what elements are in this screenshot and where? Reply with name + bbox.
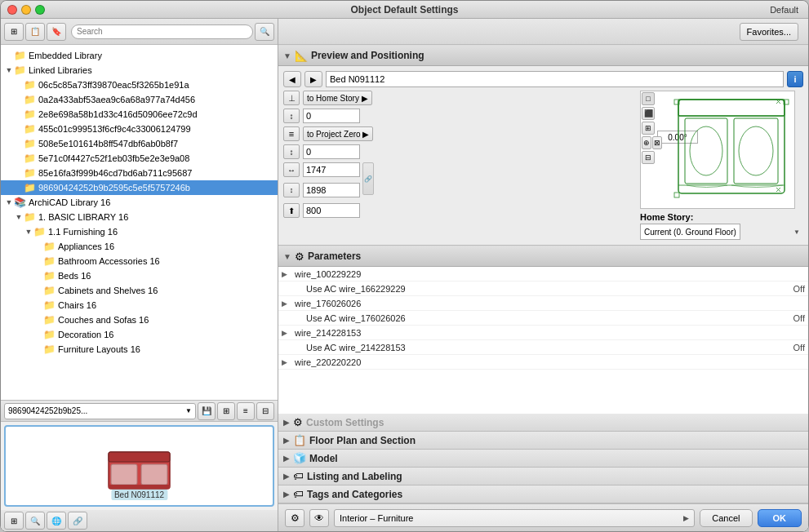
depth-input[interactable] [303,183,360,197]
maximize-button[interactable] [35,5,45,15]
object-name-field[interactable] [326,71,784,87]
layer-dropdown[interactable]: Interior – Furniture ▶ [334,509,695,527]
minimize-button[interactable] [21,5,31,15]
floor-plan-section[interactable]: ▶ 📋 Floor Plan and Section [278,432,808,450]
search-input[interactable] [71,24,253,39]
home-story-select[interactable]: Current (0. Ground Floor) [640,224,740,240]
preview-list-button[interactable]: ≡ [237,402,255,420]
home-story-selector-wrapper[interactable]: Current (0. Ground Floor) [640,224,803,240]
listing-icon: 🏷 [293,470,304,482]
width-icon-btn[interactable]: ↔ [283,162,300,177]
info-button[interactable]: i [787,71,803,87]
tree-item-furniture-layouts[interactable]: 📁 Furniture Layouts 16 [1,342,278,357]
listing-labeling-section[interactable]: ▶ 🏷 Listing and Labeling [278,468,808,485]
project-zero-icon-btn[interactable]: ≡ [283,126,300,141]
nav-prev-button[interactable]: ◀ [283,71,301,87]
tree-item-label: 1.1 Furnishing 16 [48,227,118,237]
param-toggle-icon[interactable]: ▶ [282,299,293,308]
tree-item-label: 06c5c85a73ff39870eac5f3265b1e91a [38,80,189,90]
favorites-button[interactable]: Favorites... [740,23,798,41]
tree-item-embedded[interactable]: 📁 Embedded Library [1,48,278,63]
param-row[interactable]: Use AC wire_166229229 Off [278,282,808,296]
tags-icon: 🏷 [293,488,304,500]
footer-link-button[interactable]: 🔗 [68,512,87,530]
library-tree[interactable]: 📁 Embedded Library ▼ 📁 Linked Libraries … [1,45,278,400]
footer-add-button[interactable]: ⊞ [4,512,24,530]
preview-save-button[interactable]: 💾 [198,402,216,420]
param-row[interactable]: Use AC wire_176026026 Off [278,311,808,326]
list-item[interactable]: 📁 85e16fa3f999b46cd7bd6ab711c95687 [1,166,278,180]
elevation-icon-btn[interactable]: ⟂ [283,91,300,105]
grid-view-button[interactable]: ⊞ [4,23,24,41]
bookmark-button[interactable]: 🔖 [47,23,66,41]
tree-item-appliances[interactable]: 📁 Appliances 16 [1,239,278,254]
param-row[interactable]: Use AC wire_214228153 Off [278,340,808,355]
tree-item-chairs[interactable]: 📁 Chairs 16 [1,298,278,313]
tree-item-archicad[interactable]: ▼ 📚 ArchiCAD Library 16 [1,195,278,210]
tree-item-decoration[interactable]: 📁 Decoration 16 [1,327,278,342]
tree-item-label: Cabinets and Shelves 16 [58,286,158,295]
height-input[interactable] [303,203,360,218]
list-item[interactable]: ▼ 📁 1. BASIC LIBRARY 16 [1,210,278,224]
ok-button[interactable]: OK [758,509,802,527]
viz-btn5[interactable]: ⊠ [652,136,662,149]
depth2-icon-btn[interactable]: ↕ [283,183,300,197]
height2-icon-btn[interactable]: ⬆ [283,203,300,218]
depth-icon-btn[interactable]: ↕ [283,144,300,159]
param-name: wire_100229229 [293,269,764,279]
list-item[interactable]: 📁 06c5c85a73ff39870eac5f3265b1e91a [1,78,278,92]
preview-positioning-header[interactable]: ▼ 📐 Preview and Positioning [278,45,808,66]
preview-split-button[interactable]: ⊟ [256,402,274,420]
param-toggle-icon[interactable]: ▶ [282,358,293,366]
pp-row-home: ⟂ to Home Story ▶ [283,91,635,105]
search-button[interactable]: 🔍 [255,23,274,41]
footer-eye-button[interactable]: 👁 [309,509,329,527]
tree-item-couches[interactable]: 📁 Couches and Sofas 16 [1,313,278,327]
cancel-button[interactable]: Cancel [700,509,752,527]
list-item[interactable]: 📁 0a2a433abf53aea9c6a68a977a74d456 [1,92,278,107]
footer-settings-button[interactable]: ⚙ [285,509,304,527]
list-view-button[interactable]: 📋 [25,23,45,41]
footer-globe-button[interactable]: 🌐 [47,512,66,530]
tree-item-beds[interactable]: 📁 Beds 16 [1,268,278,283]
to-home-story-button[interactable]: to Home Story ▶ [303,91,372,105]
param-toggle-icon[interactable]: ▶ [282,329,293,337]
val1-input[interactable] [303,109,360,123]
to-project-zero-button[interactable]: to Project Zero ▶ [303,126,373,141]
custom-settings-section[interactable]: ▶ ⚙ Custom Settings [278,414,808,432]
viz-btn3[interactable]: ⊞ [642,122,655,135]
param-toggle-icon[interactable]: ▶ [282,270,293,278]
nav-next-button[interactable]: ▶ [304,71,322,87]
right-top-bar: Favorites... [278,19,808,45]
preview-selector-bar: 98690424252b9b25... ▼ 💾 ⊞ ≡ ⊟ [1,401,278,422]
tree-item-bathroom[interactable]: 📁 Bathroom Accessories 16 [1,254,278,268]
width-input[interactable] [303,162,360,177]
val2-input[interactable] [303,144,360,159]
tree-item-cabinets[interactable]: 📁 Cabinets and Shelves 16 [1,283,278,298]
viz-top-view-btn[interactable]: □ [642,92,655,105]
list-item[interactable]: 📁 5e71c0f4427c52f1eb03fb5e2e3e9a08 [1,151,278,166]
param-row[interactable]: ▶ wire_220220220 [278,355,808,370]
model-section[interactable]: ▶ 🧊 Model [278,450,808,468]
pp-row-val2: ↕ [283,144,635,159]
tree-item-selected[interactable]: 📁 98690424252b9b2595c5e5f5757246b [1,180,278,195]
viz-btn6[interactable]: ⊟ [642,151,655,164]
viz-btn2[interactable]: ⬛ [642,107,655,120]
link-proportions-button[interactable]: 🔗 [362,162,374,195]
height-icon-btn[interactable]: ↕ [283,109,300,123]
tags-categories-section[interactable]: ▶ 🏷 Tags and Categories [278,485,808,503]
close-button[interactable] [7,5,17,15]
preview-grid-button[interactable]: ⊞ [217,402,235,420]
list-item[interactable]: 📁 508e5e101614b8ff547dbf6ab0b8f7 [1,136,278,151]
list-item[interactable]: 📁 2e8e698a58b1d33c416d50906ee72c9d [1,107,278,122]
parameters-header[interactable]: ▼ ⚙ Parameters [278,246,808,267]
param-row[interactable]: ▶ wire_176026026 [278,296,808,311]
list-item[interactable]: 📁 455c01c999513f6cf9c4c33006124799 [1,122,278,136]
params-list[interactable]: ▶ wire_100229229 Use AC wire_166229229 O… [278,267,808,414]
list-item[interactable]: ▼ 📁 1.1 Furnishing 16 [1,224,278,239]
tree-item-linked[interactable]: ▼ 📁 Linked Libraries [1,63,278,78]
viz-btn4[interactable]: ⊕ [642,136,651,149]
param-row[interactable]: ▶ wire_100229229 [278,267,808,282]
footer-search-button[interactable]: 🔍 [25,512,45,530]
param-row[interactable]: ▶ wire_214228153 [278,326,808,340]
